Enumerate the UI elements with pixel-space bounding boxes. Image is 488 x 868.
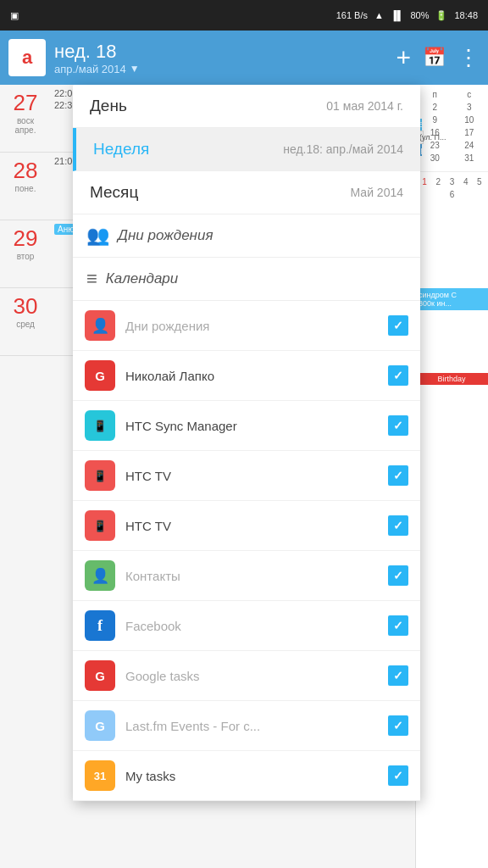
- calendar-view-button[interactable]: 📅: [423, 47, 446, 69]
- calendar-lastfm-icon: G: [85, 710, 115, 741]
- calendar-nikolai-icon: G: [85, 360, 115, 391]
- dropdown-arrow-icon: ▼: [130, 63, 140, 75]
- calendar-nikolai-label: Николай Лапко: [125, 369, 378, 383]
- mini-row-b1: 1 2 3 4 5: [416, 175, 488, 188]
- app-title-area: нед. 18 апр./май 2014 ▼: [54, 41, 387, 75]
- view-item-day[interactable]: День 01 мая 2014 г.: [73, 85, 420, 128]
- day-28: 28 поне.: [0, 153, 51, 220]
- app-bar: a нед. 18 апр./май 2014 ▼ + 📅 ⋮: [0, 31, 488, 85]
- calendar-nikolai-item[interactable]: G Николай Лапко: [73, 351, 420, 401]
- view-day-label: День: [90, 97, 127, 115]
- day-29: 29 втор: [0, 220, 51, 287]
- view-item-month[interactable]: Месяц Май 2014: [73, 171, 420, 214]
- event-syndrome: синдром С 300к ин...: [415, 288, 488, 310]
- calendar-mytasks-item[interactable]: 31 My tasks: [73, 751, 420, 801]
- mini-row-b2: 6: [416, 188, 488, 201]
- calendar-htctv2-icon: 📱: [85, 510, 115, 541]
- calendar-lastfm-label: Last.fm Events - For c...: [125, 719, 378, 733]
- calendar-htctv1-icon: 📱: [85, 460, 115, 491]
- calendar-htctv2-label: HTC TV: [125, 519, 378, 533]
- calendar-htcsync-label: HTC Sync Manager: [125, 419, 378, 433]
- mini-row-1: 2 3: [416, 101, 488, 114]
- calendar-googletasks-item[interactable]: G Google tasks: [73, 651, 420, 701]
- view-week-label: Неделя: [93, 140, 149, 159]
- calendar-birthdays-label: Дни рождения: [125, 319, 378, 333]
- calendar-birthdays-checkbox[interactable]: [388, 315, 408, 336]
- day-27: 27 воск апре.: [0, 85, 51, 152]
- dropdown-menu: День 01 мая 2014 г. Неделя нед.18: апр./…: [73, 85, 420, 801]
- calendar-lastfm-item[interactable]: G Last.fm Events - For c...: [73, 701, 420, 751]
- section-calendars: ≡ Календари: [73, 258, 420, 301]
- section-birthdays: 👥 Дни рождения: [73, 214, 420, 258]
- week-title: нед. 18: [54, 41, 387, 63]
- calendar-contacts-icon: 👤: [85, 560, 115, 591]
- view-day-date: 01 мая 2014 г.: [326, 99, 403, 113]
- status-bar: ▣ 161 B/s ▲ ▐▌ 80% 🔋 18:48: [0, 0, 488, 31]
- view-week-date: нед.18: апр./май 2014: [283, 142, 403, 156]
- calendar-mytasks-icon: 31: [85, 760, 115, 791]
- calendar-contacts-item[interactable]: 👤 Контакты: [73, 551, 420, 601]
- battery-percent: 80%: [410, 10, 429, 20]
- more-options-button[interactable]: ⋮: [458, 45, 480, 71]
- calendar-googletasks-icon: G: [85, 660, 115, 691]
- day-30: 30 сред: [0, 288, 51, 355]
- calendar-htcsync-icon: 📱: [85, 410, 115, 441]
- clock: 18:48: [454, 10, 478, 20]
- calendar-facebook-item[interactable]: f Facebook: [73, 601, 420, 651]
- calendar-facebook-checkbox[interactable]: [388, 615, 408, 636]
- screen-icon: ▣: [10, 10, 19, 21]
- right-mini-calendar: п с 2 3 9 10 16 17 23 24 30 31 1 2 3: [415, 85, 488, 868]
- signal-icon: ▐▌: [391, 10, 404, 20]
- calendar-mytasks-checkbox[interactable]: [388, 765, 408, 786]
- calendars-icon: ≡: [86, 268, 97, 290]
- view-month-date: Май 2014: [351, 186, 403, 199]
- battery-icon: 🔋: [435, 10, 447, 21]
- calendar-mytasks-label: My tasks: [125, 769, 378, 783]
- view-item-week[interactable]: Неделя нед.18: апр./май 2014: [73, 128, 420, 171]
- app-logo[interactable]: a: [8, 39, 46, 76]
- calendar-htctv1-checkbox[interactable]: [388, 465, 408, 486]
- calendar-googletasks-checkbox[interactable]: [388, 665, 408, 686]
- calendar-birthdays-item[interactable]: 👤 Дни рождения: [73, 301, 420, 351]
- calendar-contacts-label: Контакты: [125, 569, 378, 583]
- calendar-contacts-checkbox[interactable]: [388, 565, 408, 586]
- calendar-birthdays-icon: 👤: [85, 310, 115, 341]
- calendar-nikolai-checkbox[interactable]: [388, 365, 408, 386]
- calendars-section-label: Календари: [106, 270, 178, 287]
- view-month-label: Месяц: [90, 183, 138, 202]
- mini-cal-grid: п с 2 3 9 10 16 17 23 24 30 31 1 2 3: [416, 85, 488, 204]
- calendar-htctv2-item[interactable]: 📱 HTC TV: [73, 501, 420, 551]
- mini-cal-header: п с: [416, 88, 488, 101]
- birthday-badge: Birthday: [415, 373, 488, 385]
- calendar-facebook-icon: f: [85, 610, 115, 641]
- calendar-googletasks-label: Google tasks: [125, 669, 378, 683]
- birthdays-icon: 👥: [86, 225, 109, 247]
- add-button[interactable]: +: [396, 43, 411, 72]
- network-speed: 161 B/s: [336, 10, 368, 20]
- calendar-htcsync-item[interactable]: 📱 HTC Sync Manager: [73, 401, 420, 451]
- calendar-htctv1-item[interactable]: 📱 HTC TV: [73, 451, 420, 501]
- calendar-htcsync-checkbox[interactable]: [388, 415, 408, 436]
- app-bar-actions: + 📅 ⋮: [396, 43, 480, 72]
- date-subtitle: апр./май 2014 ▼: [54, 63, 387, 75]
- birthdays-section-label: Дни рождения: [118, 227, 213, 244]
- status-bar-left: ▣: [10, 10, 19, 21]
- calendar-lastfm-checkbox[interactable]: [388, 715, 408, 736]
- calendar-htctv2-checkbox[interactable]: [388, 515, 408, 536]
- wifi-icon: ▲: [374, 10, 384, 20]
- calendar-facebook-label: Facebook: [125, 619, 378, 633]
- calendar-htctv1-label: HTC TV: [125, 469, 378, 483]
